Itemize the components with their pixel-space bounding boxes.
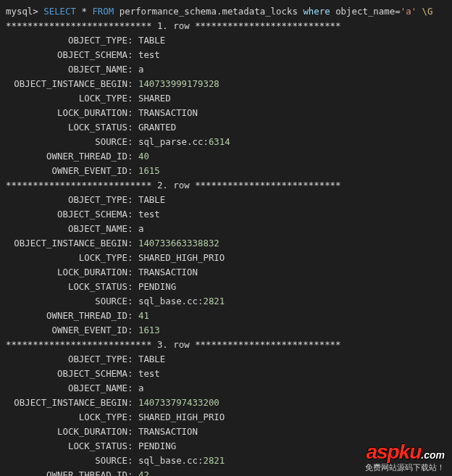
row-sep-1: *************************** 1. row *****…	[6, 20, 341, 31]
v-object-type-3: TABLE	[138, 354, 165, 364]
label-source: SOURCE	[6, 454, 127, 468]
row-sep-3: *************************** 3. row *****…	[6, 339, 341, 350]
v-source-line-3: 2821	[203, 455, 225, 466]
v-source-line-2: 2821	[203, 296, 225, 306]
v-lock-duration-3: TRANSACTION	[138, 426, 198, 437]
v-instance-begin-3: 140733797433200	[138, 397, 219, 408]
label-instance-begin: OBJECT_INSTANCE_BEGIN	[6, 396, 127, 410]
v-event-id-1: 1615	[138, 165, 160, 176]
v-thread-id-1: 40	[138, 151, 149, 162]
label-lock-type: LOCK_TYPE	[6, 410, 127, 425]
label-thread-id: OWNER_THREAD_ID	[6, 468, 127, 476]
label-event-id: OWNER_EVENT_ID	[6, 164, 127, 178]
v-object-name-3: a	[138, 383, 143, 393]
label-lock-type: LOCK_TYPE	[6, 251, 127, 265]
kw-from: FROM	[92, 6, 114, 17]
v-thread-id-2: 41	[138, 310, 149, 321]
v-lock-duration-2: TRANSACTION	[138, 267, 198, 277]
v-object-name-1: a	[138, 64, 143, 75]
row-sep-2: *************************** 2. row *****…	[6, 180, 341, 191]
v-lock-type-1: SHARED	[138, 93, 171, 104]
label-lock-status: LOCK_STATUS	[6, 439, 127, 454]
mysql-prompt: mysql>	[6, 6, 38, 17]
star: *	[81, 6, 86, 17]
label-object-type: OBJECT_TYPE	[6, 352, 127, 367]
label-lock-duration: LOCK_DURATION	[6, 425, 127, 439]
v-instance-begin-1: 140733999179328	[138, 78, 219, 89]
suffix-g: \G	[422, 6, 433, 17]
label-object-name: OBJECT_NAME	[6, 62, 127, 77]
label-object-type: OBJECT_TYPE	[6, 193, 127, 207]
label-lock-duration: LOCK_DURATION	[6, 265, 127, 280]
v-object-schema-2: test	[138, 209, 160, 220]
label-object-schema: OBJECT_SCHEMA	[6, 207, 127, 222]
cond-l: object_name=	[335, 6, 401, 17]
label-instance-begin: OBJECT_INSTANCE_BEGIN	[6, 236, 127, 251]
label-object-name: OBJECT_NAME	[6, 381, 127, 396]
label-event-id: OWNER_EVENT_ID	[6, 323, 127, 338]
label-object-type: OBJECT_TYPE	[6, 33, 127, 48]
label-object-schema: OBJECT_SCHEMA	[6, 48, 127, 62]
kw-select: SELECT	[43, 6, 76, 17]
label-object-schema: OBJECT_SCHEMA	[6, 367, 127, 381]
label-thread-id: OWNER_THREAD_ID	[6, 149, 127, 164]
v-thread-id-3: 42	[138, 469, 149, 476]
v-source-file-3: sql_base.cc:	[138, 455, 204, 466]
v-event-id-2: 1613	[138, 325, 160, 335]
v-object-type-1: TABLE	[138, 35, 165, 46]
label-lock-type: LOCK_TYPE	[6, 91, 127, 106]
v-instance-begin-2: 140733663338832	[138, 238, 219, 249]
label-instance-begin: OBJECT_INSTANCE_BEGIN	[6, 77, 127, 91]
v-lock-duration-1: TRANSACTION	[138, 107, 198, 118]
v-object-schema-3: test	[138, 368, 160, 379]
query-table: performance_schema.metadata_locks	[120, 6, 298, 17]
label-thread-id: OWNER_THREAD_ID	[6, 309, 127, 323]
v-object-name-2: a	[138, 223, 143, 234]
v-lock-type-2: SHARED_HIGH_PRIO	[138, 252, 225, 263]
v-object-type-2: TABLE	[138, 194, 165, 205]
v-source-file-1: sql_parse.cc:	[138, 136, 209, 147]
label-lock-status: LOCK_STATUS	[6, 280, 127, 294]
v-lock-status-3: PENDING	[138, 440, 176, 451]
v-source-file-2: sql_base.cc:	[138, 296, 204, 306]
v-source-line-1: 6314	[209, 136, 230, 147]
label-lock-status: LOCK_STATUS	[6, 120, 127, 135]
label-object-name: OBJECT_NAME	[6, 222, 127, 236]
label-source: SOURCE	[6, 294, 127, 309]
cond-v: a	[406, 6, 411, 17]
v-object-schema-1: test	[138, 49, 160, 60]
terminal-output: mysql> SELECT * FROM performance_schema.…	[0, 0, 452, 476]
v-lock-status-2: PENDING	[138, 281, 176, 292]
v-lock-type-3: SHARED_HIGH_PRIO	[138, 412, 225, 422]
kw-where: where	[303, 6, 330, 17]
label-lock-duration: LOCK_DURATION	[6, 106, 127, 120]
v-lock-status-1: GRANTED	[138, 122, 176, 133]
q-close: '	[411, 6, 417, 17]
label-source: SOURCE	[6, 135, 127, 149]
